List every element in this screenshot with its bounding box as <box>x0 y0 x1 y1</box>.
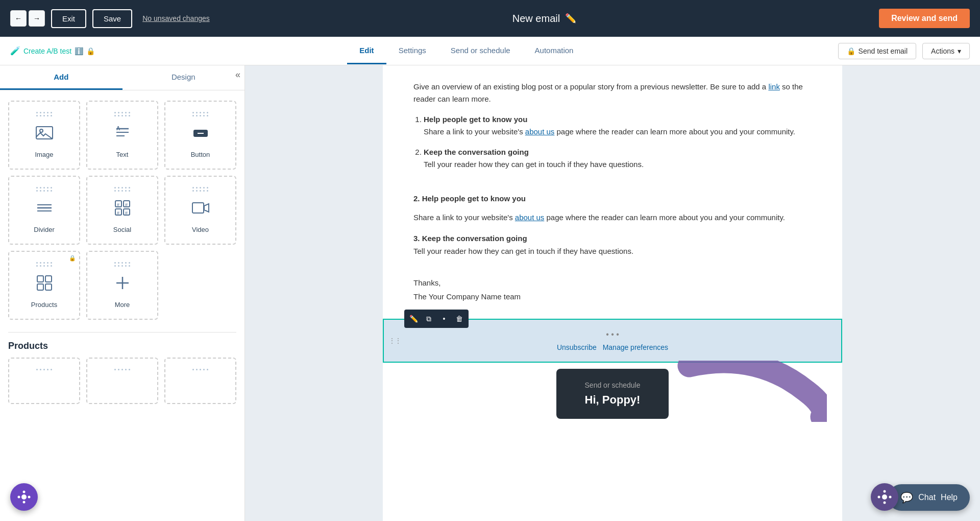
dots-pattern <box>36 369 53 370</box>
svg-point-34 <box>884 502 886 504</box>
chat-icon: 💬 <box>900 491 913 504</box>
svg-marker-20 <box>204 204 209 212</box>
tab-edit[interactable]: Edit <box>347 38 386 64</box>
p2-text: Share a link to your website's <box>413 213 515 222</box>
dots-pattern <box>36 112 53 116</box>
save-button[interactable]: Save <box>92 9 132 28</box>
actions-button[interactable]: Actions ▾ <box>922 43 970 59</box>
point2-heading: Help people get to know you <box>422 194 526 203</box>
social-icon: # # # # <box>113 199 132 221</box>
copy-section-button[interactable]: ⧉ <box>422 312 436 326</box>
point2-text2: page where the reader can learn more abo… <box>557 127 796 136</box>
products-icon <box>35 274 54 296</box>
image-label: Image <box>35 151 53 158</box>
panel-tab-add[interactable]: Add <box>0 65 122 90</box>
panel-tab-design[interactable]: Design <box>122 65 245 90</box>
content-area: Give an overview of an existing blog pos… <box>245 65 980 521</box>
about-link[interactable]: about us <box>515 213 545 222</box>
send-test-label: Send test email <box>859 47 908 55</box>
text-label: Text <box>116 151 129 158</box>
svg-rect-23 <box>37 284 43 290</box>
svg-rect-22 <box>45 276 52 282</box>
send-test-email-button[interactable]: 🔒 Send test email <box>838 43 917 59</box>
chat-button[interactable]: 💬 Chat Help <box>888 484 970 511</box>
lock-icon: 🔒 <box>86 47 95 55</box>
footer-dots: • • • <box>414 330 811 339</box>
svg-text:A: A <box>116 126 120 131</box>
popup-send-label: Send or schedule <box>577 381 648 389</box>
panel-item-bottom-2[interactable] <box>86 358 158 404</box>
tab-settings[interactable]: Settings <box>386 38 438 64</box>
dots-pattern <box>192 187 209 192</box>
hubspot-icon-button[interactable] <box>871 483 898 511</box>
edit-section-button[interactable]: ✏️ <box>406 312 421 326</box>
panel-item-text[interactable]: A Text <box>86 101 158 170</box>
list-item-2: Help people get to know you Share a link… <box>424 113 812 138</box>
paragraph-text: Give an overview of an existing blog pos… <box>413 82 766 91</box>
panel-item-more[interactable]: More <box>86 251 158 320</box>
undo-button[interactable]: ← <box>10 10 27 27</box>
top-bar: ← → Exit Save No unsaved changes New ema… <box>0 0 980 37</box>
company-name: The Your Company Name team <box>413 290 812 303</box>
dots-pattern <box>114 112 131 116</box>
collapse-panel-button[interactable]: « <box>235 69 240 80</box>
left-panel: « Add Design <box>0 65 245 521</box>
email-footer-section[interactable]: ✏️ ⧉ • 🗑 ⋮⋮ • • • Unsubscribe Manage pre… <box>383 319 842 363</box>
pencil-icon[interactable]: ✏️ <box>565 13 576 24</box>
top-bar-right: Review and send <box>879 9 970 28</box>
more-label: More <box>115 301 130 309</box>
point3-body: Tell your reader how they can get in tou… <box>413 247 812 255</box>
lock-icon-small: 🔒 <box>847 47 855 55</box>
tab-send-schedule[interactable]: Send or schedule <box>438 38 523 64</box>
secondary-nav-left: 🧪 Create A/B test ℹ️ 🔒 <box>10 46 95 56</box>
video-icon <box>191 199 210 221</box>
exit-button[interactable]: Exit <box>51 9 86 28</box>
svg-rect-19 <box>192 203 204 213</box>
tab-automation[interactable]: Automation <box>523 38 586 64</box>
popup-overlay: Send or schedule Hi, Poppy! <box>556 369 669 419</box>
popup-container: Send or schedule Hi, Poppy! <box>383 363 842 424</box>
email-canvas: Give an overview of an existing blog pos… <box>383 65 842 521</box>
top-bar-center: New email ✏️ <box>512 13 576 25</box>
point2-text1: Share a link to your website's <box>424 127 523 136</box>
dot-button[interactable]: • <box>437 312 451 326</box>
secondary-nav: 🧪 Create A/B test ℹ️ 🔒 Edit Settings Sen… <box>0 37 980 65</box>
svg-point-27 <box>21 494 27 500</box>
svg-point-33 <box>884 490 886 493</box>
ab-test-button[interactable]: 🧪 Create A/B test ℹ️ 🔒 <box>10 46 95 56</box>
panel-item-bottom-1[interactable] <box>8 358 80 404</box>
panel-content: Image A <box>0 90 244 414</box>
panel-item-products[interactable]: 🔒 Products <box>8 251 80 320</box>
panel-item-video[interactable]: Video <box>164 176 236 245</box>
panel-item-divider[interactable]: Divider <box>8 176 80 245</box>
point3-heading: Keep the conversation going <box>422 234 527 243</box>
redo-button[interactable]: → <box>29 10 45 27</box>
bottom-section-label: Products <box>8 341 236 351</box>
ab-test-icon: 🧪 <box>10 46 20 56</box>
top-bar-left: ← → Exit Save No unsaved changes <box>10 9 210 28</box>
review-send-button[interactable]: Review and send <box>879 9 970 28</box>
panel-grid: Image A <box>8 101 236 320</box>
manage-preferences-link[interactable]: Manage preferences <box>603 343 668 351</box>
svg-rect-21 <box>37 276 43 282</box>
about-us-link[interactable]: about us <box>525 127 555 136</box>
dots-pattern <box>114 369 131 370</box>
panel-item-button[interactable]: Button <box>164 101 236 170</box>
footer-links: Unsubscribe Manage preferences <box>414 343 811 351</box>
svg-point-31 <box>28 496 31 499</box>
delete-section-button[interactable]: 🗑 <box>452 312 467 326</box>
panel-item-social[interactable]: # # # # Social <box>86 176 158 245</box>
dots-pattern <box>114 187 131 192</box>
thanks-text: Thanks, <box>413 276 812 290</box>
unsubscribe-link[interactable]: Unsubscribe <box>557 343 597 351</box>
link-text[interactable]: link <box>768 82 780 91</box>
svg-rect-24 <box>45 284 52 290</box>
dots-pattern <box>192 369 209 370</box>
panel-item-bottom-3[interactable] <box>164 358 236 404</box>
drag-handle[interactable]: ⋮⋮ <box>389 337 401 344</box>
panel-item-image[interactable]: Image <box>8 101 80 170</box>
svg-text:#: # <box>125 202 128 207</box>
svg-point-36 <box>889 496 892 499</box>
svg-point-28 <box>23 491 26 493</box>
numbered-section: 2. Help people get to know you Share a l… <box>383 194 842 255</box>
